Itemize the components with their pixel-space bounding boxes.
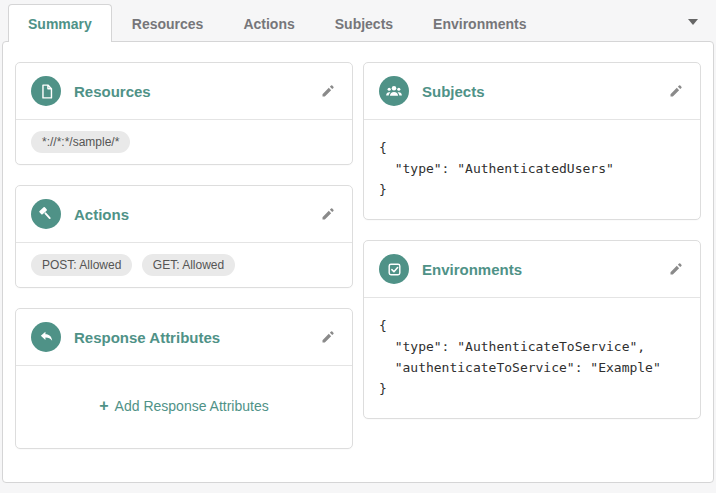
file-icon (31, 76, 61, 106)
tab-actions[interactable]: Actions (223, 4, 314, 42)
resources-edit-button[interactable] (318, 82, 337, 101)
subjects-card: Subjects { "type": "AuthenticatedUsers" … (363, 62, 701, 220)
actions-card-title: Actions (74, 206, 305, 223)
response-attributes-card-body: + Add Response Attributes (16, 366, 352, 448)
response-attributes-card: Response Attributes + Add Response Attri… (15, 308, 353, 449)
checkbox-icon (379, 254, 409, 284)
environments-card: Environments { "type": "AuthenticateToSe… (363, 240, 701, 419)
right-column: Subjects { "type": "AuthenticatedUsers" … (363, 62, 701, 449)
actions-edit-button[interactable] (318, 205, 337, 224)
environments-card-title: Environments (422, 261, 653, 278)
summary-tab-panel: Resources *://*:*/sample/* (2, 41, 714, 483)
environments-json: { "type": "AuthenticateToService", "auth… (379, 312, 685, 403)
response-attributes-edit-button[interactable] (318, 328, 337, 347)
chevron-down-icon (688, 19, 698, 25)
plus-icon: + (99, 398, 108, 414)
left-column: Resources *://*:*/sample/* (15, 62, 353, 449)
add-response-attributes-button[interactable]: + Add Response Attributes (99, 398, 268, 414)
actions-card-body: POST: Allowed GET: Allowed (16, 243, 352, 287)
gavel-icon (31, 199, 61, 229)
actions-card-header: Actions (16, 186, 352, 243)
tab-resources[interactable]: Resources (112, 4, 224, 42)
subjects-edit-button[interactable] (666, 82, 685, 101)
tab-environments[interactable]: Environments (413, 4, 546, 42)
action-pill-get: GET: Allowed (142, 254, 235, 276)
reply-arrow-icon (31, 322, 61, 352)
tab-summary[interactable]: Summary (8, 4, 112, 42)
tab-overflow-dropdown[interactable] (686, 17, 700, 27)
response-attributes-card-header: Response Attributes (16, 309, 352, 366)
resources-card-title: Resources (74, 83, 305, 100)
environments-edit-button[interactable] (666, 260, 685, 279)
tab-bar: Summary Resources Actions Subjects Envir… (0, 0, 716, 41)
subjects-card-header: Subjects (364, 63, 700, 120)
card-columns: Resources *://*:*/sample/* (15, 62, 701, 449)
actions-card: Actions POST: Allowed GET: Allowed (15, 185, 353, 288)
environments-card-body: { "type": "AuthenticateToService", "auth… (364, 298, 700, 418)
subjects-card-title: Subjects (422, 83, 653, 100)
add-response-attributes-label: Add Response Attributes (115, 398, 269, 414)
resources-card-header: Resources (16, 63, 352, 120)
subjects-json: { "type": "AuthenticatedUsers" } (379, 134, 685, 204)
response-attributes-card-title: Response Attributes (74, 329, 305, 346)
subjects-card-body: { "type": "AuthenticatedUsers" } (364, 120, 700, 219)
action-pill-post: POST: Allowed (31, 254, 132, 276)
tab-subjects[interactable]: Subjects (315, 4, 413, 42)
environments-card-header: Environments (364, 241, 700, 298)
resources-card: Resources *://*:*/sample/* (15, 62, 353, 165)
resources-card-body: *://*:*/sample/* (16, 120, 352, 164)
users-icon (379, 76, 409, 106)
resource-pattern-pill: *://*:*/sample/* (31, 131, 130, 153)
